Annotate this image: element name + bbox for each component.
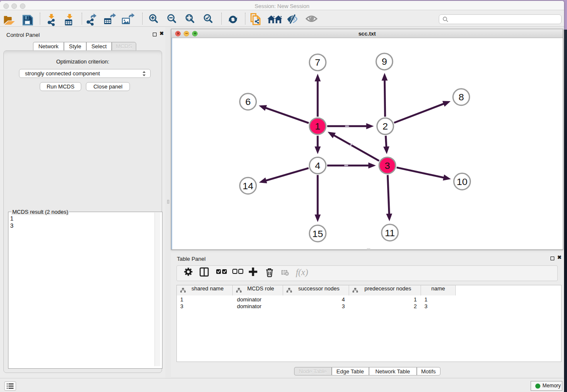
svg-text:11: 11 [385,227,395,238]
svg-text:9: 9 [382,56,387,67]
svg-text:10: 10 [457,176,468,187]
svg-text:14: 14 [242,180,253,191]
svg-text:4: 4 [315,160,320,171]
svg-text:2: 2 [383,121,388,132]
svg-text:15: 15 [312,228,323,239]
svg-text:6: 6 [245,96,251,107]
svg-text:7: 7 [315,57,320,68]
svg-text:f(x): f(x) [296,267,308,277]
svg-text:3: 3 [385,160,390,171]
svg-text:8: 8 [459,91,464,102]
svg-text:1: 1 [315,121,320,132]
